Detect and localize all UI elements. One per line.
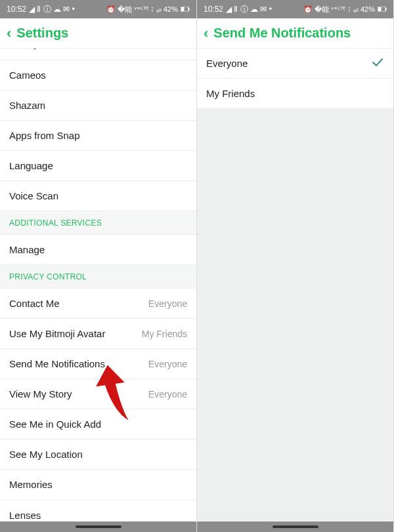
status-right-icons: ⏰ �能 ᵛᵒᴸᵀᴱ ⫶ ₐₗₗ 42%	[303, 5, 375, 14]
list-item[interactable]: Apps from Snap	[0, 121, 196, 151]
list-item-location[interactable]: See My Location	[0, 440, 196, 470]
back-icon[interactable]: ‹	[7, 25, 11, 42]
phone-left: 10:52 ◢ Ⅱ ⓘ ☁ ✉ • ⏰ �能 ᵛᵒᴸᵀᴱ ⫶ ₐₗₗ 42% ‹…	[0, 0, 197, 532]
list-item[interactable]: Shazam	[0, 91, 196, 121]
option-everyone[interactable]: Everyone	[197, 49, 393, 79]
list-item-quick-add[interactable]: See Me in Quick Add	[0, 409, 196, 440]
option-my-friends[interactable]: My Friends	[197, 79, 393, 109]
android-navbar	[197, 522, 393, 532]
nav-handle[interactable]	[273, 525, 318, 528]
nav-handle[interactable]	[76, 525, 121, 528]
status-left-icons: ◢ Ⅱ ⓘ ☁ ✉ •	[29, 4, 75, 15]
battery-icon	[181, 7, 190, 12]
battery-icon	[378, 7, 387, 12]
svg-rect-5	[385, 8, 387, 10]
list-item-memories[interactable]: Memories	[0, 470, 196, 500]
status-time: 10:52	[7, 5, 26, 14]
section-header: PRIVACY CONTROL	[0, 265, 196, 289]
list-item[interactable]: Bitmoji	[0, 49, 196, 60]
svg-rect-2	[188, 8, 190, 10]
list-item-lenses[interactable]: Lenses	[0, 500, 196, 522]
list-item-manage[interactable]: Manage	[0, 235, 196, 265]
section-header: ADDITIONAL SERVICES	[0, 211, 196, 235]
header: ‹ Send Me Notifications	[197, 18, 393, 49]
svg-rect-1	[181, 7, 185, 11]
list-item[interactable]: Cameos	[0, 60, 196, 91]
list-item-contact-me[interactable]: Contact Me Everyone	[0, 289, 196, 319]
status-time: 10:52	[204, 5, 223, 14]
list-item[interactable]: Voice Scan	[0, 181, 196, 211]
header: ‹ Settings	[0, 18, 196, 49]
page-title: Settings	[16, 26, 68, 41]
check-icon	[371, 56, 384, 71]
status-bar: 10:52 ◢ Ⅱ ⓘ ☁ ✉ • ⏰ �能 ᵛᵒᴸᵀᴱ ⫶ ₐₗₗ 42%	[0, 0, 196, 18]
status-bar: 10:52 ◢ Ⅱ ⓘ ☁ ✉ • ⏰ �能 ᵛᵒᴸᵀᴱ ⫶ ₐₗₗ 42%	[197, 0, 393, 18]
settings-list[interactable]: Bitmoji Cameos Shazam Apps from Snap Lan…	[0, 49, 196, 522]
list-item-send-notifications[interactable]: Send Me Notifications Everyone	[0, 349, 196, 379]
page-title: Send Me Notifications	[213, 26, 351, 41]
back-icon[interactable]: ‹	[204, 25, 208, 42]
options-list: Everyone My Friends	[197, 49, 393, 522]
svg-rect-4	[378, 7, 382, 11]
status-left-icons: ◢ Ⅱ ⓘ ☁ ✉ •	[226, 4, 272, 15]
list-item-bitmoji-avatar[interactable]: Use My Bitmoji Avatar My Friends	[0, 319, 196, 349]
android-navbar	[0, 522, 196, 532]
list-item[interactable]: Language	[0, 151, 196, 181]
status-right-icons: ⏰ �能 ᵛᵒᴸᵀᴱ ⫶ ₐₗₗ 42%	[106, 5, 178, 14]
list-item-view-story[interactable]: View My Story Everyone	[0, 379, 196, 409]
phone-right: 10:52 ◢ Ⅱ ⓘ ☁ ✉ • ⏰ �能 ᵛᵒᴸᵀᴱ ⫶ ₐₗₗ 42% ‹…	[197, 0, 394, 532]
